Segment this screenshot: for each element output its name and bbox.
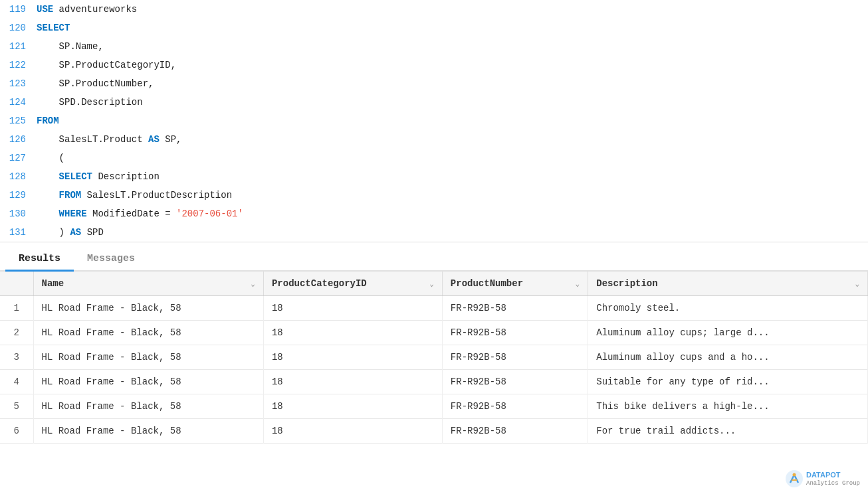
line-number: 128 — [0, 167, 37, 186]
cell-name: HL Road Frame - Black, 58 — [33, 345, 263, 370]
cell-name: HL Road Frame - Black, 58 — [33, 321, 263, 345]
col-header-description[interactable]: Description ⌄ — [588, 272, 868, 296]
code-line-126: 126 SalesLT.Product AS SP, — [0, 130, 868, 149]
code-editor: 119USE adventureworks120SELECT121 SP.Nam… — [0, 0, 868, 242]
line-number: 121 — [0, 37, 37, 56]
cell-productnumber: FR-R92B-58 — [442, 321, 588, 345]
col-header-productcategoryid-label: ProductCategoryID — [272, 278, 367, 289]
sort-icon-productcategoryid: ⌄ — [429, 280, 434, 288]
col-header-rownum — [0, 272, 33, 296]
cell-description: Aluminum alloy cups and a ho... — [588, 345, 868, 370]
results-table: Name ⌄ ProductCategoryID ⌄ ProductNumber… — [0, 272, 868, 444]
cell-categoryid: 18 — [263, 419, 442, 444]
line-number: 125 — [0, 112, 37, 130]
line-content: FROM SalesLT.ProductDescription — [37, 186, 868, 205]
svg-point-1 — [792, 473, 796, 477]
line-number: 127 — [0, 149, 37, 167]
cell-description: This bike delivers a high-le... — [588, 394, 868, 419]
cell-productnumber: FR-R92B-58 — [442, 394, 588, 419]
line-content: ( — [37, 149, 868, 167]
tab-results[interactable]: Results — [5, 248, 74, 272]
cell-description: Aluminum alloy cups; large d... — [588, 321, 868, 345]
line-number: 124 — [0, 93, 37, 112]
code-line-129: 129 FROM SalesLT.ProductDescription — [0, 186, 868, 205]
col-header-name[interactable]: Name ⌄ — [33, 272, 263, 296]
table-row[interactable]: 6HL Road Frame - Black, 5818FR-R92B-58Fo… — [0, 419, 868, 444]
line-content: USE adventureworks — [37, 0, 868, 19]
cell-categoryid: 18 — [263, 296, 442, 321]
cell-name: HL Road Frame - Black, 58 — [33, 394, 263, 419]
cell-description: Chromoly steel. — [588, 296, 868, 321]
code-line-122: 122 SP.ProductCategoryID, — [0, 56, 868, 74]
table-row[interactable]: 5HL Road Frame - Black, 5818FR-R92B-58Th… — [0, 394, 868, 419]
code-line-130: 130 WHERE ModifiedDate = '2007-06-01' — [0, 205, 868, 223]
line-content: SPD.Description — [37, 93, 868, 112]
cell-categoryid: 18 — [263, 345, 442, 370]
results-table-wrapper: Name ⌄ ProductCategoryID ⌄ ProductNumber… — [0, 272, 868, 444]
code-line-121: 121 SP.Name, — [0, 37, 868, 56]
watermark-sub: Analytics Group — [806, 480, 860, 487]
line-number: 126 — [0, 130, 37, 149]
tab-messages[interactable]: Messages — [74, 248, 148, 272]
line-content: WHERE ModifiedDate = '2007-06-01' — [37, 205, 868, 223]
code-line-123: 123 SP.ProductNumber, — [0, 74, 868, 93]
line-number: 130 — [0, 205, 37, 223]
table-header-row: Name ⌄ ProductCategoryID ⌄ ProductNumber… — [0, 272, 868, 296]
tabs-bar: Results Messages — [0, 242, 868, 272]
line-number: 120 — [0, 19, 37, 37]
col-header-productcategoryid[interactable]: ProductCategoryID ⌄ — [263, 272, 442, 296]
code-line-125: 125FROM — [0, 112, 868, 130]
cell-productnumber: FR-R92B-58 — [442, 345, 588, 370]
line-content: SP.Name, — [37, 37, 868, 56]
sort-icon-description: ⌄ — [855, 280, 859, 288]
cell-description: Suitable for any type of rid... — [588, 370, 868, 394]
line-number: 122 — [0, 56, 37, 74]
cell-categoryid: 18 — [263, 394, 442, 419]
code-line-124: 124 SPD.Description — [0, 93, 868, 112]
cell-rownum: 3 — [0, 345, 33, 370]
line-content: ) AS SPD — [37, 223, 868, 242]
cell-productnumber: FR-R92B-58 — [442, 296, 588, 321]
cell-name: HL Road Frame - Black, 58 — [33, 370, 263, 394]
cell-rownum: 2 — [0, 321, 33, 345]
cell-rownum: 5 — [0, 394, 33, 419]
code-line-119: 119USE adventureworks — [0, 0, 868, 19]
line-content: SP.ProductNumber, — [37, 74, 868, 93]
table-row[interactable]: 2HL Road Frame - Black, 5818FR-R92B-58Al… — [0, 321, 868, 345]
cell-rownum: 1 — [0, 296, 33, 321]
line-number: 119 — [0, 0, 37, 19]
watermark-logo-icon — [785, 469, 804, 488]
line-content: FROM — [37, 112, 868, 130]
col-header-description-label: Description — [596, 278, 657, 289]
code-line-128: 128 SELECT Description — [0, 167, 868, 186]
line-number: 123 — [0, 74, 37, 93]
sort-icon-name: ⌄ — [251, 280, 255, 288]
code-line-131: 131 ) AS SPD — [0, 223, 868, 242]
svg-point-0 — [786, 470, 803, 487]
table-row[interactable]: 1HL Road Frame - Black, 5818FR-R92B-58Ch… — [0, 296, 868, 321]
line-content: SalesLT.Product AS SP, — [37, 130, 868, 149]
col-header-productnumber[interactable]: ProductNumber ⌄ — [442, 272, 588, 296]
cell-name: HL Road Frame - Black, 58 — [33, 419, 263, 444]
line-number: 129 — [0, 186, 37, 205]
cell-rownum: 4 — [0, 370, 33, 394]
col-header-name-label: Name — [42, 278, 64, 289]
cell-categoryid: 18 — [263, 370, 442, 394]
table-row[interactable]: 4HL Road Frame - Black, 5818FR-R92B-58Su… — [0, 370, 868, 394]
table-row[interactable]: 3HL Road Frame - Black, 5818FR-R92B-58Al… — [0, 345, 868, 370]
line-number: 131 — [0, 223, 37, 242]
cell-name: HL Road Frame - Black, 58 — [33, 296, 263, 321]
line-content: SP.ProductCategoryID, — [37, 56, 868, 74]
code-line-127: 127 ( — [0, 149, 868, 167]
cell-productnumber: FR-R92B-58 — [442, 370, 588, 394]
cell-productnumber: FR-R92B-58 — [442, 419, 588, 444]
cell-rownum: 6 — [0, 419, 33, 444]
sort-icon-productnumber: ⌄ — [576, 280, 580, 288]
watermark: DATAPOT Analytics Group — [785, 469, 860, 488]
line-content: SELECT — [37, 19, 868, 37]
col-header-productnumber-label: ProductNumber — [451, 278, 523, 289]
watermark-brand: DATAPOT — [806, 471, 860, 479]
cell-description: For true trail addicts... — [588, 419, 868, 444]
cell-categoryid: 18 — [263, 321, 442, 345]
code-line-120: 120SELECT — [0, 19, 868, 37]
